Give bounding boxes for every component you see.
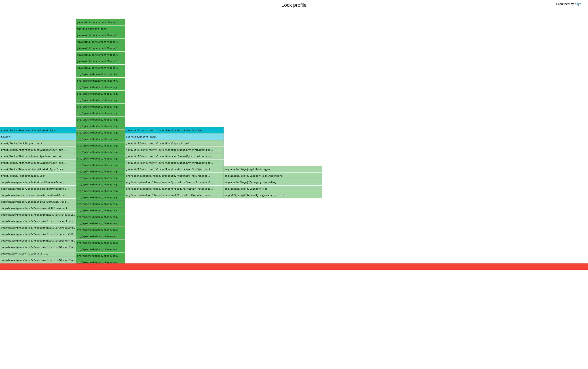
- flame-bar[interactable]: org/apache/hadoop/hbase/pro..: [76, 246, 125, 253]
- flame-bar[interactable]: org/apache/hadoop/hbase/pro..: [76, 227, 125, 233]
- produced-by-label: Produced by: [556, 2, 574, 6]
- flame-bar[interactable]: org/apache/hadoop/hbase/reg..: [76, 97, 125, 103]
- flame-bar[interactable]: org/apache/hadoop/hbase/reg..: [76, 194, 125, 201]
- flame-bar[interactable]: doop/hbase/master/procedure/MasterProced…: [0, 186, 76, 192]
- flame-bar[interactable]: doop/hbase/procedure2/Procedure.doReleas…: [0, 205, 76, 211]
- flame-bar[interactable]: org/apache/hadoop/hbase/reg..: [76, 175, 125, 181]
- flame-bar[interactable]: org/apache/hadoop/hbase/procedure2/Proce…: [125, 192, 223, 198]
- flame-bar[interactable]: org/apache/hadoop/hbase/reg..: [76, 84, 125, 90]
- flame-bar[interactable]: java.util.concurrent.locks...: [76, 19, 125, 25]
- flame-bar[interactable]: doop/hbase/procedure2/ProcedureExecutor.…: [0, 218, 76, 224]
- flame-bar[interactable]: org/apache/hadoop/hbase/reg..: [76, 149, 125, 155]
- flame-bar[interactable]: org/apache/hadoop/hbase/master/procedure…: [125, 179, 223, 185]
- flame-bar[interactable]: doop/hbase/procedure2/ProcedureExecutor.…: [0, 231, 76, 237]
- flame-bar[interactable]: org/apache/hadoop/hbase/mas..: [76, 233, 125, 239]
- flame-bar[interactable]: org/apache/hadoop/hbase/pro..: [76, 240, 125, 246]
- produced-by-link[interactable]: asyn: [575, 2, 581, 6]
- flame-bar[interactable]: org/apache/hadoop/hbase/reg..: [76, 103, 125, 110]
- flame-bar[interactable]: java/util/concurrent/locks/..: [76, 39, 125, 45]
- flame-bar[interactable]: org/apache/hadoop/hbase/master/procedure…: [125, 186, 223, 192]
- flame-bar[interactable]: java/util/concurrent/locks/LockSupport.p…: [125, 140, 223, 146]
- flame-bar[interactable]: java/util/concurrent/locks/AbstractQueue…: [125, 153, 223, 159]
- flame-bar[interactable]: org/apache/hadoop/hbase/reg..: [76, 91, 125, 97]
- flame-bar[interactable]: org/apache/log4j/Category.log: [223, 186, 322, 192]
- flame-bar[interactable]: doop/hbase/trace/TraceUtil.trace: [0, 250, 76, 257]
- flame-bar[interactable]: org/apache/hadoop/hbase/reg..: [76, 188, 125, 194]
- flame-bar[interactable]: org/apache/log4j/Category.callAppenders: [223, 173, 322, 179]
- flame-bar[interactable]: org/apache/hadoop/hbase/reg..: [76, 130, 125, 136]
- flame-bar[interactable]: java.util.concurrent.locks.ReentrantLock…: [125, 127, 223, 133]
- flame-bar[interactable]: rrent/locks/AbstractQueuedSynchronizer.p…: [0, 147, 76, 153]
- flame-bar[interactable]: java/util/concurrent/locks/..: [76, 32, 125, 39]
- flame-bar[interactable]: doop/hbase/procedure2/ProcedureExecutor$…: [0, 257, 76, 263]
- flame-bar[interactable]: org/apache/hadoop/hbase/reg..: [76, 110, 125, 116]
- flame-bar[interactable]: org/apache/hadoop/hbase/tra..: [76, 207, 125, 214]
- flame-bar[interactable]: doop/hbase/procedure2/ProcedureExecutor$…: [0, 244, 76, 250]
- flame-bar[interactable]: doop/hbase/master/procedure/ServerCrashP…: [0, 192, 76, 198]
- flame-bar[interactable]: rrent/locks/ReentrantLock$NonfairSync.lo…: [0, 166, 76, 173]
- flame-bar[interactable]: org/apache/hbase/thirdparty..: [76, 71, 125, 77]
- flame-bar[interactable]: org/apache/hadoop/hbase/reg..: [76, 168, 125, 175]
- flame-bar[interactable]: sun/misc/Unsafe.park: [76, 26, 125, 32]
- flame-bar[interactable]: fe.park: [0, 134, 76, 140]
- flame-bar[interactable]: rrent.locks.ReentrantLock$NonfairSync: [0, 127, 76, 133]
- flame-bar[interactable]: org/apache/hadoop/hbase/reg..: [76, 181, 125, 188]
- flame-bar[interactable]: org/apache/hbase/thirdparty..: [76, 78, 125, 84]
- flame-bar[interactable]: org/slf4j/impl/Reload4jLoggerAdapter.inf…: [223, 192, 322, 198]
- flame-bar[interactable]: [0, 263, 588, 270]
- flame-bar[interactable]: org/apache/hadoop/hbase/pro..: [76, 220, 125, 226]
- produced-by: Produced by asyn: [556, 2, 581, 6]
- flame-bar[interactable]: rrent/locks/AbstractQueuedSynchronizer.a…: [0, 160, 76, 166]
- flame-bar[interactable]: org/apache/hadoop/hbase/tra..: [76, 136, 125, 142]
- flame-bar[interactable]: org/apache/hadoop/hbase/reg..: [76, 143, 125, 149]
- flame-bar[interactable]: rrent/locks/ReentrantLock.lock: [0, 173, 76, 179]
- flame-bar[interactable]: org.apache.log4j.spi.RootLogger: [223, 166, 322, 173]
- flame-bar[interactable]: org/apache/hadoop/hbase/reg..: [76, 155, 125, 162]
- flame-bar[interactable]: org/apache/log4j/Category.forcedLog: [223, 179, 322, 185]
- flame-bar[interactable]: org/apache/hadoop/hbase/reg..: [76, 201, 125, 207]
- flame-bar[interactable]: org/apache/hadoop/hbase/procedure2/Abstr…: [125, 173, 223, 179]
- flame-bar[interactable]: org/apache/hadoop/hbase/reg..: [76, 214, 125, 220]
- flame-bar[interactable]: doop/hbase/procedure2/ProcedureExecutor$…: [0, 237, 76, 244]
- flame-bar[interactable]: org/apache/hadoop/hbase/pro..: [76, 253, 125, 259]
- flame-bar[interactable]: doop/hbase/master/procedure/ServerCrashP…: [0, 199, 76, 205]
- flame-bar[interactable]: rrent/locks/AbstractQueuedSynchronizer.a…: [0, 153, 76, 159]
- flame-bar[interactable]: doop/hbase/procedure2/ProcedureExecutor.…: [0, 225, 76, 231]
- flame-bar[interactable]: java/util/concurrent/locks/AbstractQueue…: [125, 147, 223, 153]
- flame-bar[interactable]: java/util/concurrent/locks/..: [76, 45, 125, 51]
- flame-bar[interactable]: java/util/concurrent/locks/AbstractQueue…: [125, 160, 223, 166]
- flame-bar[interactable]: java/util/concurrent/locks/..: [76, 58, 125, 64]
- flame-bar[interactable]: org/apache/hadoop/hbase/reg..: [76, 116, 125, 123]
- flame-bar[interactable]: java/util/concurrent/locks/..: [76, 65, 125, 71]
- flame-bar[interactable]: rrent/locks/LockSupport.park: [0, 140, 76, 146]
- flame-bar[interactable]: org/apache/hadoop/hbase/reg..: [76, 162, 125, 168]
- flame-bar[interactable]: java/util/concurrent/locks/ReentrantLock…: [125, 166, 223, 173]
- flame-bar[interactable]: org/apache/hadoop/hbase/reg..: [76, 123, 125, 129]
- flame-bar[interactable]: sun/misc/Unsafe.park: [125, 134, 223, 140]
- flame-bar[interactable]: doop/hbase/procedure2/AbstractProcureSch…: [0, 179, 76, 185]
- flame-bar[interactable]: doop/hbase/procedure2/ProcedureExecutor.…: [0, 212, 76, 218]
- flame-bar[interactable]: java/util/concurrent/locks/..: [76, 52, 125, 58]
- page-title: Lock profile: [0, 0, 588, 9]
